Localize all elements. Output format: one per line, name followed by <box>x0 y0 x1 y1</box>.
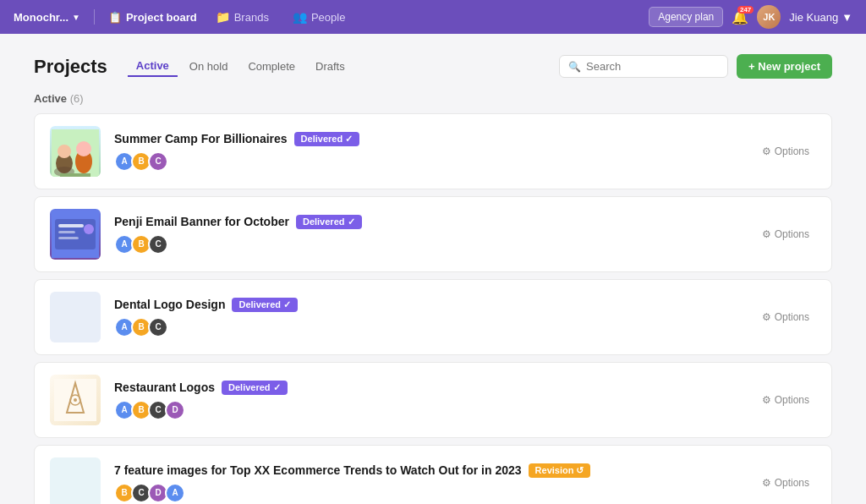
project-board-icon: 📋 <box>108 11 122 24</box>
project-thumbnail <box>50 375 101 425</box>
avatar: C <box>148 317 168 337</box>
svg-rect-6 <box>60 173 90 177</box>
search-box: 🔍 <box>559 55 728 78</box>
avatar: C <box>148 151 168 172</box>
project-thumbnail <box>50 457 101 504</box>
options-button[interactable]: ⚙ Options <box>755 308 816 326</box>
project-name-row: 7 feature images for Top XX Ecommerce Tr… <box>114 463 742 478</box>
tab-complete[interactable]: Complete <box>239 57 304 76</box>
project-name-row: Dental Logo Design Delivered ✓ <box>114 298 742 312</box>
page-header: Projects Active On hold Complete Drafts … <box>34 54 832 79</box>
search-icon: 🔍 <box>568 61 581 73</box>
user-avatar[interactable]: JK <box>757 5 781 29</box>
project-name: Summer Camp For Billionaires <box>114 132 288 145</box>
banner-illustration <box>52 211 99 258</box>
tab-onhold[interactable]: On hold <box>181 57 237 76</box>
status-badge: Delivered ✓ <box>296 215 362 229</box>
avatar-row: B C D A <box>114 483 742 503</box>
table-row: Dental Logo Design Delivered ✓ A B C ⚙ O… <box>34 279 832 355</box>
brand-logo[interactable]: Monochr... ▼ <box>14 11 80 24</box>
project-info: 7 feature images for Top XX Ecommerce Tr… <box>114 463 742 503</box>
nav-project-board-label: Project board <box>126 11 197 24</box>
status-badge: Revision ↺ <box>529 463 591 478</box>
project-name-row: Summer Camp For Billionaires Delivered ✓ <box>114 132 742 146</box>
project-thumbnail <box>50 126 101 177</box>
avatar: A <box>165 483 185 503</box>
project-thumbnail <box>50 292 101 342</box>
avatar-row: A B C D <box>114 400 742 420</box>
user-name[interactable]: Jie Kuang ▼ <box>789 11 852 24</box>
search-input[interactable] <box>586 60 719 73</box>
project-info: Summer Camp For Billionaires Delivered ✓… <box>114 132 742 172</box>
notification-count: 247 <box>737 6 754 14</box>
new-project-button[interactable]: + New project <box>737 54 832 79</box>
options-button[interactable]: ⚙ Options <box>755 474 816 492</box>
status-badge: Delivered ✓ <box>222 381 288 395</box>
project-thumbnail <box>50 209 101 260</box>
table-row: Summer Camp For Billionaires Delivered ✓… <box>34 113 832 189</box>
project-list: Summer Camp For Billionaires Delivered ✓… <box>34 113 832 504</box>
nav-people[interactable]: 👥 People <box>288 7 350 27</box>
avatar-row: A B C <box>114 317 742 337</box>
svg-rect-11 <box>58 237 79 239</box>
project-name: 7 feature images for Top XX Ecommerce Tr… <box>114 463 522 477</box>
people-icon: 👥 <box>293 10 307 24</box>
project-name: Penji Email Banner for October <box>114 215 289 228</box>
svg-rect-10 <box>58 231 75 233</box>
nav-people-label: People <box>311 11 345 24</box>
nav-brands-label: Brands <box>234 11 269 24</box>
project-name: Dental Logo Design <box>114 298 225 311</box>
project-name: Restaurant Logos <box>114 381 215 394</box>
main-content: Projects Active On hold Complete Drafts … <box>0 34 866 504</box>
section-count: (6) <box>70 92 84 105</box>
notification-bell[interactable]: 🔔 247 <box>732 9 748 25</box>
topnav-right-section: Agency plan 🔔 247 JK Jie Kuang ▼ <box>649 5 852 29</box>
page-title: Projects <box>34 56 107 78</box>
svg-point-5 <box>76 141 91 156</box>
table-row: 7 feature images for Top XX Ecommerce Tr… <box>34 445 832 504</box>
svg-rect-8 <box>55 219 96 249</box>
options-button[interactable]: ⚙ Options <box>755 225 816 244</box>
brand-chevron: ▼ <box>72 13 80 22</box>
project-name-row: Penji Email Banner for October Delivered… <box>114 215 742 229</box>
table-row: Restaurant Logos Delivered ✓ A B C D ⚙ O… <box>34 362 832 438</box>
options-button[interactable]: ⚙ Options <box>755 391 816 409</box>
avatar-row: A B C <box>114 151 742 172</box>
nav-brands[interactable]: 📁 Brands <box>211 7 274 27</box>
svg-point-16 <box>74 398 77 402</box>
section-label: Active (6) <box>34 92 832 105</box>
project-info: Restaurant Logos Delivered ✓ A B C D <box>114 381 742 420</box>
svg-point-12 <box>84 224 94 234</box>
svg-rect-9 <box>58 224 84 227</box>
nav-separator <box>94 9 95 25</box>
project-info: Penji Email Banner for October Delivered… <box>114 215 742 255</box>
status-badge: Delivered ✓ <box>232 298 298 312</box>
project-info: Dental Logo Design Delivered ✓ A B C <box>114 298 742 337</box>
options-button[interactable]: ⚙ Options <box>755 142 816 161</box>
tab-drafts[interactable]: Drafts <box>307 57 354 76</box>
nav-project-board[interactable]: 📋 Project board <box>108 11 197 24</box>
top-navigation: Monochr... ▼ 📋 Project board 📁 Brands 👥 … <box>0 0 866 34</box>
camp-illustration <box>52 129 99 177</box>
avatar: C <box>148 234 168 255</box>
page-header-right: 🔍 + New project <box>559 54 832 79</box>
tab-active[interactable]: Active <box>128 56 178 77</box>
svg-point-2 <box>58 145 71 158</box>
brand-name: Monochr... <box>14 11 69 24</box>
project-tabs: Active On hold Complete Drafts <box>128 56 354 77</box>
user-chevron: ▼ <box>841 11 852 24</box>
brands-icon: 📁 <box>216 10 230 24</box>
table-row: Penji Email Banner for October Delivered… <box>34 196 832 272</box>
page-header-left: Projects Active On hold Complete Drafts <box>34 56 354 78</box>
avatar-row: A B C <box>114 234 742 255</box>
agency-plan-button[interactable]: Agency plan <box>649 7 723 27</box>
avatar: D <box>165 400 185 420</box>
status-badge: Delivered ✓ <box>294 132 360 146</box>
restaurant-illustration <box>54 379 96 421</box>
project-name-row: Restaurant Logos Delivered ✓ <box>114 381 742 395</box>
